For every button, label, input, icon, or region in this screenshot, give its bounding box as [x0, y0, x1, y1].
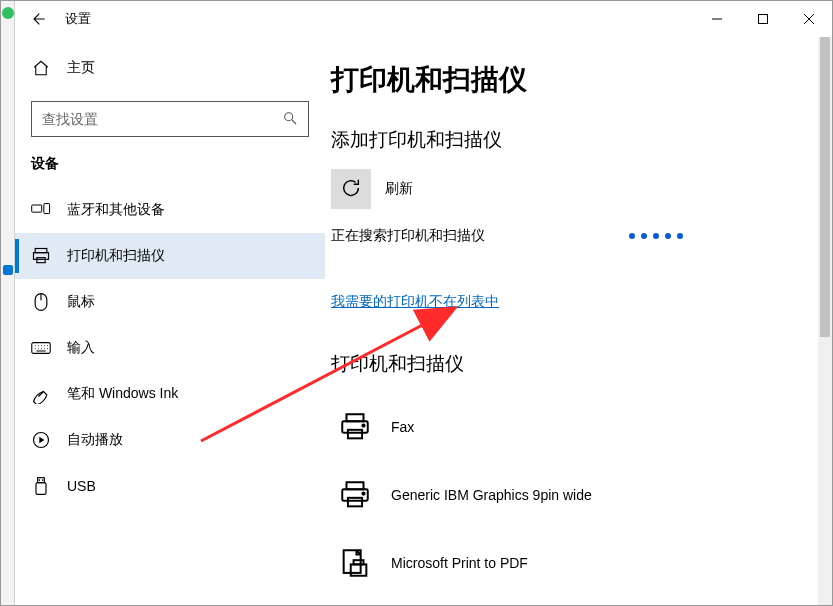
svg-rect-18 [348, 498, 362, 507]
window-close-button[interactable] [786, 1, 832, 37]
svg-point-15 [362, 424, 364, 426]
window-title: 设置 [65, 10, 91, 28]
background-window-edge [1, 1, 15, 605]
back-button[interactable] [29, 10, 47, 28]
search-icon [282, 110, 298, 129]
refresh-button[interactable] [331, 169, 371, 209]
refresh-label: 刷新 [385, 180, 413, 198]
sidebar-item-label: 蓝牙和其他设备 [67, 201, 165, 219]
svg-rect-8 [32, 343, 50, 354]
search-box[interactable] [31, 101, 309, 137]
svg-rect-6 [37, 258, 45, 263]
svg-rect-10 [38, 478, 45, 483]
sidebar: 主页 设备 [15, 37, 325, 605]
svg-point-19 [362, 492, 364, 494]
main-content: 打印机和扫描仪 添加打印机和扫描仪 刷新 正在搜索打印机和扫描仪 [325, 37, 832, 605]
svg-rect-3 [44, 204, 50, 214]
usb-icon [31, 476, 51, 496]
progress-dots-icon [629, 233, 683, 239]
device-row[interactable]: Generic IBM Graphics 9pin wide [331, 461, 802, 529]
sidebar-item-mouse[interactable]: 鼠标 [15, 279, 325, 325]
sidebar-section-label: 设备 [15, 155, 325, 187]
sidebar-item-label: 打印机和扫描仪 [67, 247, 165, 265]
device-row[interactable]: Microsoft Print to PDF [331, 529, 802, 597]
autoplay-icon [31, 430, 51, 450]
sidebar-item-usb[interactable]: USB [15, 463, 325, 509]
scrollbar[interactable] [818, 37, 832, 605]
devices-icon [31, 200, 51, 220]
add-section-heading: 添加打印机和扫描仪 [331, 127, 802, 153]
search-input[interactable] [42, 111, 282, 127]
sidebar-item-label: 鼠标 [67, 293, 95, 311]
sidebar-item-pen[interactable]: 笔和 Windows Ink [15, 371, 325, 417]
scrollbar-thumb[interactable] [820, 37, 830, 337]
device-name: Microsoft Print to PDF [391, 555, 528, 571]
window-minimize-button[interactable] [694, 1, 740, 37]
decor-dot [2, 7, 14, 19]
searching-status: 正在搜索打印机和扫描仪 [331, 227, 802, 245]
svg-rect-2 [32, 205, 42, 212]
svg-rect-11 [36, 483, 46, 495]
sidebar-item-autoplay[interactable]: 自动播放 [15, 417, 325, 463]
sidebar-item-label: 自动播放 [67, 431, 123, 449]
sidebar-item-label: 输入 [67, 339, 95, 357]
pen-icon [31, 384, 51, 404]
svg-rect-16 [347, 482, 364, 489]
sidebar-item-label: USB [67, 478, 96, 494]
window-maximize-button[interactable] [740, 1, 786, 37]
svg-rect-0 [759, 15, 768, 24]
sidebar-home[interactable]: 主页 [15, 45, 325, 91]
device-name: Fax [391, 419, 414, 435]
device-row[interactable]: Microsoft XPS Document Writer [331, 597, 802, 605]
page-title: 打印机和扫描仪 [331, 61, 802, 99]
device-row[interactable]: Fax [331, 393, 802, 461]
sidebar-item-printers[interactable]: 打印机和扫描仪 [15, 233, 325, 279]
sidebar-home-label: 主页 [67, 59, 95, 77]
svg-rect-21 [351, 564, 367, 575]
printer-icon [31, 246, 51, 266]
device-name: Generic IBM Graphics 9pin wide [391, 487, 592, 503]
home-icon [31, 58, 51, 78]
svg-rect-14 [348, 430, 362, 439]
sidebar-item-bluetooth[interactable]: 蓝牙和其他设备 [15, 187, 325, 233]
settings-window: 设置 主页 [0, 0, 833, 606]
mouse-icon [31, 292, 51, 312]
titlebar: 设置 [15, 1, 832, 37]
printer-icon [337, 409, 373, 445]
svg-rect-12 [347, 414, 364, 421]
keyboard-icon [31, 338, 51, 358]
devices-section-heading: 打印机和扫描仪 [331, 351, 802, 377]
svg-rect-5 [34, 253, 49, 260]
svg-rect-4 [35, 249, 47, 253]
refresh-icon [340, 177, 362, 202]
decor-dot [3, 265, 13, 275]
printer-not-listed-link[interactable]: 我需要的打印机不在列表中 [331, 293, 499, 311]
printer-icon [337, 477, 373, 513]
svg-rect-22 [354, 560, 364, 564]
sidebar-item-typing[interactable]: 输入 [15, 325, 325, 371]
sidebar-item-label: 笔和 Windows Ink [67, 385, 178, 403]
svg-point-1 [285, 112, 293, 120]
document-printer-icon [337, 545, 373, 581]
